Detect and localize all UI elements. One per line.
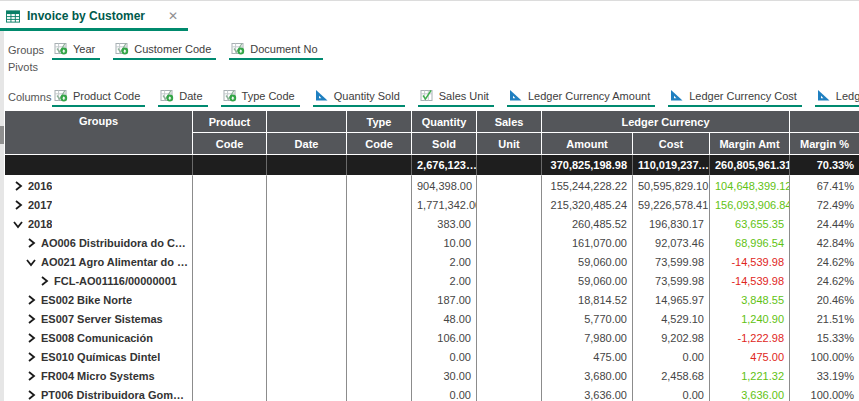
group-cell: AO006 Distribuidora do Caxito — [5, 233, 193, 252]
table-row[interactable]: ES010 Químicas Dintel 0.00 475.00 0.00 4… — [5, 347, 859, 366]
group-cell: ES002 Bike Norte — [5, 290, 193, 309]
expand-chevron-icon[interactable] — [13, 181, 23, 191]
table-row[interactable]: AO006 Distribuidora do Caxito 10.00 161,… — [5, 233, 859, 252]
product-code-cell — [193, 290, 267, 309]
cost-cell: 73,599.98 — [633, 252, 710, 271]
col-header-quantity[interactable]: Quantity — [412, 111, 477, 133]
pivot-toolbar: Groups Year Customer Code Document No Pi… — [0, 31, 859, 110]
type-code-cell — [347, 385, 412, 401]
expand-chevron-icon[interactable] — [13, 200, 23, 210]
cost-cell: 9,202.98 — [633, 328, 710, 347]
table-row[interactable]: 2016 904,398.00 155,244,228.22 50,595,82… — [5, 176, 859, 195]
date-cell — [267, 252, 347, 271]
expand-chevron-icon[interactable] — [26, 333, 36, 343]
sales-unit-cell — [477, 309, 542, 328]
column-chip-quantity-sold[interactable]: Quantity Sold — [313, 88, 405, 107]
type-code-cell — [347, 176, 412, 195]
col-header-quantity-sold[interactable]: Sold — [412, 133, 477, 155]
column-chip-type-code[interactable]: Type Code — [221, 88, 300, 107]
groups-bar: Groups Year Customer Code Document No — [8, 35, 859, 60]
margin-pct-cell: 67.41% — [790, 176, 859, 195]
sales-unit-cell — [477, 328, 542, 347]
column-chip-date[interactable]: Date — [158, 88, 207, 107]
total-unit-cell — [477, 155, 542, 176]
margin-amt-cell: 63,655.35 — [710, 214, 790, 233]
group-label: 2017 — [28, 199, 52, 211]
group-cell: FR004 Micro Systems — [5, 366, 193, 385]
margin-pct-cell: 24.62% — [790, 252, 859, 271]
cost-cell: 4,529.10 — [633, 309, 710, 328]
table-row[interactable]: FR004 Micro Systems 30.00 3,680.00 2,458… — [5, 366, 859, 385]
col-header-sales[interactable]: Sales — [477, 111, 542, 133]
table-row[interactable]: ES002 Bike Norte 187.00 18,814.52 14,965… — [5, 290, 859, 309]
close-icon[interactable]: ✕ — [168, 10, 178, 22]
table-row[interactable]: AO021 Agro Alimentar do Namibe 2.00 59,0… — [5, 252, 859, 271]
columns-label: Columns — [8, 91, 52, 107]
expand-chevron-icon[interactable] — [26, 314, 36, 324]
expand-chevron-icon[interactable] — [13, 219, 23, 229]
date-cell — [267, 271, 347, 290]
col-header-product-code[interactable]: Code — [193, 133, 267, 155]
amount-cell: 18,814.52 — [542, 290, 633, 309]
product-code-cell — [193, 233, 267, 252]
col-header-amount[interactable]: Amount — [542, 133, 633, 155]
margin-amt-cell: 68,996.54 — [710, 233, 790, 252]
quantity-sold-cell: 10.00 — [412, 233, 477, 252]
table-row[interactable]: 2018 383.00 260,485.52 196,830.17 63,655… — [5, 214, 859, 233]
expand-chevron-icon[interactable] — [26, 295, 36, 305]
total-product-cell — [193, 155, 267, 176]
table-row[interactable]: 2017 1,771,342.00 215,320,485.24 59,226,… — [5, 195, 859, 214]
total-margin-amt-cell: 260,805,961.31 — [710, 155, 790, 176]
group-chip-customer-code[interactable]: Customer Code — [113, 41, 216, 60]
group-chip-year[interactable]: Year — [52, 41, 100, 60]
group-label: AO006 Distribuidora do Caxito — [41, 237, 190, 249]
table-row[interactable]: ES007 Server Sistemas 48.00 5,770.00 4,5… — [5, 309, 859, 328]
quantity-sold-cell: 2.00 — [412, 252, 477, 271]
tab-invoice-by-customer[interactable]: Invoice by Customer ✕ — [0, 4, 188, 31]
col-header-type[interactable]: Type — [347, 111, 412, 133]
grid-arrow-icon — [54, 89, 68, 102]
total-groups-cell — [5, 155, 193, 176]
expand-chevron-icon[interactable] — [26, 238, 36, 248]
table-grid-icon — [6, 10, 20, 23]
vertical-scrollbar[interactable] — [0, 31, 4, 401]
group-label: FCL-AO01116/00000001 — [54, 275, 177, 287]
col-header-margin-pct-top[interactable] — [790, 111, 859, 133]
cost-cell: 59,226,578.41 — [633, 195, 710, 214]
expand-chevron-icon[interactable] — [26, 257, 36, 267]
table-row[interactable]: PT006 Distribuidora Gomes & Ba… 0.00 3,6… — [5, 385, 859, 401]
date-cell — [267, 195, 347, 214]
margin-amt-cell: -1,222.98 — [710, 328, 790, 347]
col-header-type-code[interactable]: Code — [347, 133, 412, 155]
table-row[interactable]: ES008 Comunicación 106.00 7,980.00 9,202… — [5, 328, 859, 347]
column-chip-ledger-currency-margin-amt[interactable]: Ledger Currency Margin Amt — [815, 88, 859, 107]
column-chip-ledger-currency-cost[interactable]: Ledger Currency Cost — [668, 88, 802, 107]
quantity-sold-cell: 48.00 — [412, 309, 477, 328]
table-row[interactable]: FCL-AO01116/00000001 2.00 59,060.00 73,5… — [5, 271, 859, 290]
col-header-cost[interactable]: Cost — [633, 133, 710, 155]
col-header-groups[interactable]: Groups — [5, 111, 193, 155]
col-header-margin-pct[interactable]: Margin % — [790, 133, 859, 155]
col-header-ledger-currency[interactable]: Ledger Currency — [542, 111, 790, 133]
group-cell: 2016 — [5, 176, 193, 195]
column-chip-ledger-currency-amount[interactable]: Ledger Currency Amount — [507, 88, 655, 107]
col-header-date[interactable]: Date — [267, 133, 347, 155]
column-chip-product-code[interactable]: Product Code — [52, 88, 145, 107]
col-header-date-top[interactable] — [267, 111, 347, 133]
expand-chevron-icon[interactable] — [26, 390, 36, 400]
columns-bar: Columns Product Code Date Type Code Quan… — [8, 77, 859, 110]
expand-chevron-icon[interactable] — [26, 371, 36, 381]
amount-cell: 3,680.00 — [542, 366, 633, 385]
group-label: ES002 Bike Norte — [41, 294, 132, 306]
col-header-margin-amt[interactable]: Margin Amt — [710, 133, 790, 155]
col-header-product[interactable]: Product — [193, 111, 267, 133]
type-code-cell — [347, 290, 412, 309]
group-chip-document-no[interactable]: Document No — [229, 41, 322, 60]
col-header-sales-unit[interactable]: Unit — [477, 133, 542, 155]
column-chip-sales-unit[interactable]: Sales Unit — [418, 88, 494, 107]
product-code-cell — [193, 271, 267, 290]
margin-amt-cell: 1,240.90 — [710, 309, 790, 328]
expand-chevron-icon[interactable] — [39, 276, 49, 286]
scrollbar-thumb[interactable] — [0, 126, 4, 144]
expand-chevron-icon[interactable] — [26, 352, 36, 362]
